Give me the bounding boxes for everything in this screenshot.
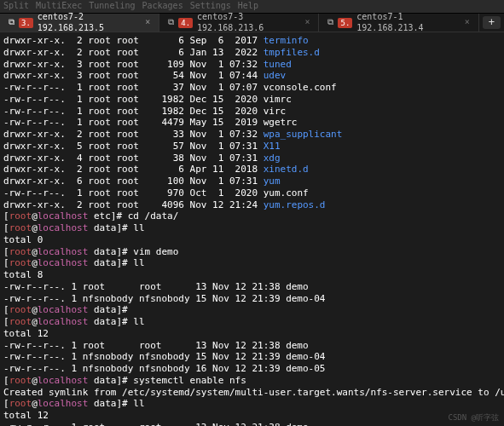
- menu-packages[interactable]: Packages: [142, 1, 182, 12]
- terminal-icon: ⧉: [168, 17, 174, 28]
- tab-number: 5.: [338, 18, 352, 28]
- tab-number: 3.: [19, 18, 33, 28]
- tab-label: centos7-2 192.168.213.5: [38, 12, 137, 33]
- terminal-output[interactable]: drwxr-xr-x. 2 root root 6 Sep 6 2017 ter…: [0, 32, 504, 426]
- tab-centos7-2[interactable]: ⧉ 3. centos7-2 192.168.213.5 ×: [0, 14, 159, 32]
- terminal-icon: ⧉: [327, 17, 333, 28]
- menu-multiexec[interactable]: MultiExec: [36, 1, 82, 12]
- tab-centos7-1[interactable]: ⧉ 5. centos7-1 192.168.213.4 ×: [319, 14, 478, 32]
- watermark: CSDN @听字弦: [448, 413, 499, 423]
- menu-tunneling[interactable]: Tunneling: [89, 1, 135, 12]
- tab-number: 4.: [178, 18, 193, 28]
- terminal-icon: ⧉: [9, 17, 14, 28]
- close-icon[interactable]: ×: [145, 17, 150, 28]
- tab-bar: ⧉ 3. centos7-2 192.168.213.5 × ⧉ 4. cent…: [0, 14, 504, 32]
- tab-centos7-3[interactable]: ⧉ 4. centos7-3 192.168.213.6 ×: [159, 14, 319, 32]
- menu-settings[interactable]: Settings: [190, 1, 231, 12]
- tab-label: centos7-1 192.168.213.4: [356, 12, 456, 33]
- menu-split[interactable]: Split: [3, 1, 29, 12]
- close-icon[interactable]: ×: [304, 17, 310, 28]
- add-tab-button[interactable]: +: [483, 16, 501, 29]
- close-icon[interactable]: ×: [465, 17, 470, 28]
- menu-help[interactable]: Help: [238, 1, 258, 12]
- tab-label: centos7-3 192.168.213.6: [197, 12, 297, 33]
